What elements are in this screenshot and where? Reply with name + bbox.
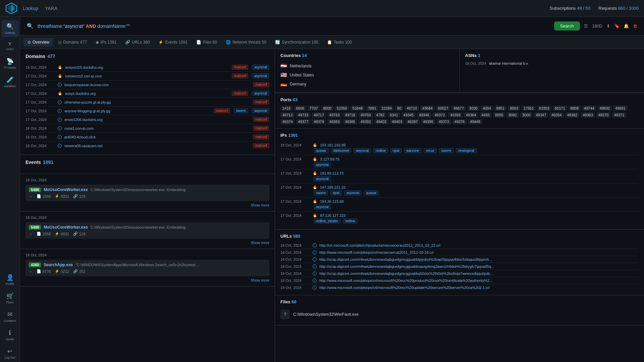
url-link[interactable]: http://www.microsoft.com/pkiops/crl/mics… bbox=[319, 250, 434, 254]
port-tag[interactable]: 49384 bbox=[464, 112, 478, 118]
port-tag[interactable]: 49371 bbox=[612, 112, 626, 118]
sidebar-item-contacts[interactable]: ✉ Contacts bbox=[1, 308, 19, 325]
port-tag[interactable]: 49346 bbox=[417, 112, 431, 118]
port-tag[interactable]: 49402 bbox=[374, 119, 389, 124]
ip-address[interactable]: 87.120.127.223 bbox=[320, 214, 345, 218]
url-link[interactable]: http://ocsp.digicert.com/mfewtzbmneswsta… bbox=[319, 272, 493, 276]
url-link[interactable]: http://ocsp.digicert.com/mfewtzbmneswsta… bbox=[319, 257, 492, 261]
nav-lookup[interactable]: Lookup bbox=[23, 6, 38, 11]
sidebar-item-plans[interactable]: 🛒 Plans bbox=[1, 290, 19, 307]
tab-network-threats[interactable]: 🌐 Network threats 50 bbox=[222, 38, 270, 47]
show-more-button[interactable]: Show more bbox=[25, 203, 269, 207]
nav-yara[interactable]: YARA bbox=[45, 6, 57, 11]
sidebar-item-ti-feeds[interactable]: 📡 TI Feeds bbox=[1, 55, 19, 72]
port-tag[interactable]: 49760 bbox=[359, 112, 373, 118]
port-tag[interactable]: 4455 bbox=[480, 112, 492, 118]
port-tag[interactable]: 49370 bbox=[596, 112, 611, 118]
port-tag[interactable]: 49362 bbox=[565, 112, 580, 118]
sidebar-item-guide[interactable]: ℹ Guide bbox=[1, 326, 19, 344]
port-tag[interactable]: 3000 bbox=[520, 112, 532, 118]
port-tag[interactable]: 8851 bbox=[494, 106, 506, 111]
port-tag[interactable]: 49385 bbox=[343, 119, 357, 124]
event-process[interactable]: MoUsoCoreWorker.exe bbox=[44, 187, 88, 192]
port-tag[interactable]: 49718 bbox=[343, 112, 357, 118]
port-tag[interactable]: 49376 bbox=[452, 119, 467, 124]
port-tag[interactable]: 49363 bbox=[581, 112, 595, 118]
port-tag[interactable]: 49449 bbox=[468, 119, 482, 124]
port-tag[interactable]: 49377 bbox=[296, 119, 311, 124]
port-tag[interactable]: 4004 bbox=[481, 106, 493, 111]
domain-name[interactable]: pt4040.4cloud.click bbox=[64, 135, 249, 139]
port-tag[interactable]: 49691 bbox=[613, 106, 628, 111]
port-tag[interactable]: 49379 bbox=[312, 119, 326, 124]
port-tag[interactable]: 65171 bbox=[553, 106, 567, 111]
domain-name[interactable]: losquenopasan.kozow.com bbox=[64, 83, 249, 87]
sidebar-item-sandbox[interactable]: 🧪 Sandbox bbox=[1, 73, 19, 90]
port-tag[interactable]: 7707 bbox=[308, 106, 320, 111]
delete-icon[interactable]: 🗑 bbox=[633, 23, 637, 28]
port-tag[interactable]: 49712 bbox=[280, 112, 295, 118]
port-tag[interactable]: 8000 bbox=[321, 106, 333, 111]
port-tag[interactable]: 49373 bbox=[437, 119, 451, 124]
list-view-icon[interactable]: ☰ bbox=[584, 23, 588, 28]
ip-address[interactable]: 193.26.115.68 bbox=[320, 199, 343, 203]
port-tag[interactable]: 49733 bbox=[296, 112, 311, 118]
bookmark-icon[interactable]: 🔖 bbox=[614, 23, 620, 28]
ip-address[interactable]: 147.185.221.22 bbox=[320, 185, 345, 189]
port-tag[interactable]: 8808 bbox=[569, 106, 581, 111]
port-tag[interactable]: 49397 bbox=[406, 119, 420, 124]
download-icon[interactable]: ⬇ bbox=[606, 23, 610, 28]
port-tag[interactable]: 49347 bbox=[534, 112, 548, 118]
domain-name[interactable]: ansyoct15.duckdns.org bbox=[65, 65, 228, 69]
port-tag[interactable]: 49383 bbox=[327, 119, 342, 124]
tab-urls[interactable]: 🔗 URLs 380 bbox=[121, 38, 154, 47]
domain-name[interactable]: newera08.casacam.net bbox=[64, 144, 249, 148]
time-range[interactable]: 180D bbox=[592, 23, 602, 28]
port-tag[interactable]: 51848 bbox=[351, 106, 365, 111]
tab-files[interactable]: 📄 Files 60 bbox=[192, 38, 221, 47]
port-tag[interactable]: 80 bbox=[395, 106, 403, 111]
url-link[interactable]: http://www.microsoft.com/pkiops/crl/micr… bbox=[319, 286, 489, 290]
tab-synchronization[interactable]: 🔄 Synchronization 195 bbox=[271, 38, 322, 47]
sidebar-item-yara[interactable]: Y YARA bbox=[1, 39, 19, 54]
port-tag[interactable]: 49395 bbox=[421, 119, 435, 124]
port-tag[interactable]: 6606 bbox=[294, 106, 306, 111]
asn-name[interactable]: akamai international b.v. bbox=[489, 61, 529, 65]
port-tag[interactable]: 49392 bbox=[359, 119, 373, 124]
port-tag[interactable]: 3030 bbox=[467, 106, 479, 111]
domain-name[interactable]: rusia1.con-ip.com bbox=[64, 126, 249, 130]
file-name[interactable]: C:\Windows\System32\WerFault.exe bbox=[293, 312, 359, 317]
domain-name[interactable]: comienzo2.con-ip.com bbox=[65, 74, 228, 78]
port-tag[interactable]: 49717 bbox=[312, 112, 326, 118]
port-tag[interactable]: 9341 bbox=[388, 112, 400, 118]
port-tag[interactable]: 49763 bbox=[327, 112, 342, 118]
url-link[interactable]: http://www.microsoft.com/pkiops/crl/micr… bbox=[319, 279, 493, 283]
port-tag[interactable]: 22284 bbox=[380, 106, 394, 111]
url-link[interactable]: http://crl.microsoft.com/pki/crl/product… bbox=[319, 243, 440, 247]
port-tag[interactable]: 49403 bbox=[390, 119, 404, 124]
port-tag[interactable]: 17561 bbox=[522, 106, 536, 111]
port-tag[interactable]: 1415 bbox=[280, 106, 292, 111]
ip-address[interactable]: 3.127.59.75 bbox=[320, 157, 339, 161]
domain-name[interactable]: otherwise-puzzle.gl.at.ply.gg bbox=[64, 100, 249, 104]
port-tag[interactable]: 49393 bbox=[448, 112, 463, 118]
port-tag[interactable]: 49744 bbox=[582, 106, 596, 111]
port-tag[interactable]: 49692 bbox=[598, 106, 612, 111]
ip-address[interactable]: 191.93.112.73 bbox=[320, 171, 343, 175]
tab-domains[interactable]: ◎ Domains 477 bbox=[54, 38, 91, 47]
notification-icon[interactable]: 🔔 bbox=[624, 23, 629, 28]
sidebar-item-logout[interactable]: ↩ Log Out bbox=[1, 345, 19, 362]
port-tag[interactable]: 7891 bbox=[366, 106, 378, 111]
domain-name[interactable]: anyone-blogging.gl.at.ply.gg bbox=[64, 109, 210, 113]
port-tag[interactable]: 49345 bbox=[401, 112, 416, 118]
port-tag[interactable]: 63303 bbox=[537, 106, 551, 111]
tab-overview[interactable]: ⊙ Overview bbox=[23, 38, 53, 47]
port-tag[interactable]: 4782 bbox=[374, 112, 386, 118]
port-tag[interactable]: 49710 bbox=[405, 106, 419, 111]
port-tag[interactable]: 60027 bbox=[436, 106, 450, 111]
port-tag[interactable]: 49354 bbox=[549, 112, 564, 118]
app-logo[interactable] bbox=[5, 2, 17, 14]
tab-tasks[interactable]: 📋 Tasks 100 bbox=[323, 38, 356, 47]
port-tag[interactable]: 8095 bbox=[493, 112, 505, 118]
port-tag[interactable]: 9003 bbox=[508, 106, 520, 111]
